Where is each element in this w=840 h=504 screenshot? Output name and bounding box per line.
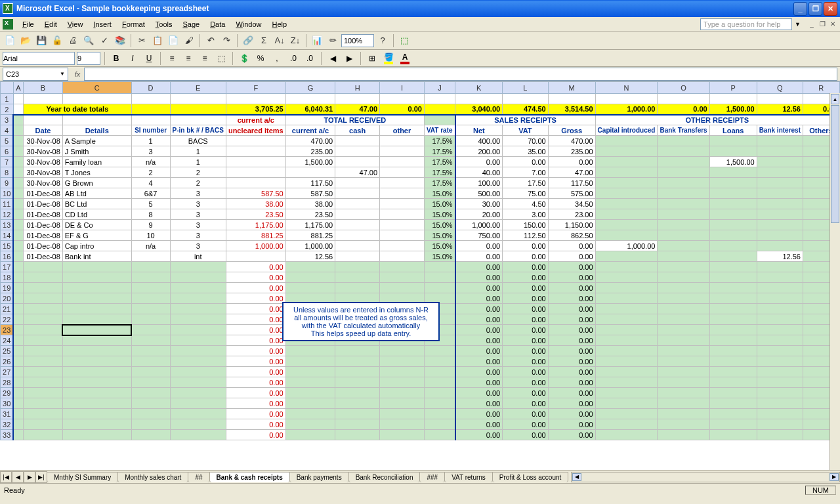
name-box[interactable]: C23▼ <box>3 68 68 81</box>
cell-C26[interactable] <box>62 356 131 367</box>
cell-C32[interactable] <box>62 419 131 430</box>
row-header-24[interactable]: 24 <box>1 335 14 346</box>
row-header-5[interactable]: 5 <box>1 136 14 146</box>
row-header-10[interactable]: 10 <box>1 188 14 199</box>
help-button[interactable]: ? <box>375 33 390 48</box>
sheet-tab[interactable]: Bank & cash receipts <box>209 472 290 482</box>
cell-C30[interactable] <box>62 398 131 409</box>
sheet-tab[interactable]: Bank Reconciliation <box>348 472 421 482</box>
tab-nav-next[interactable]: ▶ <box>24 471 35 483</box>
row-header-11[interactable]: 11 <box>1 199 14 209</box>
menu-data[interactable]: Data <box>205 19 230 30</box>
row-header-23[interactable]: 23 <box>1 325 14 335</box>
font-color-button[interactable]: A <box>398 51 412 66</box>
col-header-J[interactable]: J <box>424 82 455 94</box>
cell-C28[interactable] <box>62 377 131 388</box>
cell-C33[interactable] <box>62 430 131 440</box>
col-header-L[interactable]: L <box>503 82 549 94</box>
cell-C27[interactable] <box>62 367 131 377</box>
sheet-tab[interactable]: Monthly sales chart <box>117 472 188 482</box>
row-header-4[interactable]: 4 <box>1 125 14 136</box>
sort-asc-button[interactable]: A↓ <box>272 33 287 48</box>
permission-button[interactable]: 🔓 <box>50 33 64 48</box>
doc-close-button[interactable]: ✕ <box>828 20 837 29</box>
tab-nav-prev[interactable]: ◀ <box>12 471 24 483</box>
research-button[interactable]: 📚 <box>113 33 127 48</box>
row-header-7[interactable]: 7 <box>1 157 14 167</box>
increase-indent-button[interactable]: ▶ <box>342 51 356 66</box>
save-button[interactable]: 💾 <box>34 33 49 48</box>
chart-button[interactable]: 📊 <box>310 33 324 48</box>
underline-button[interactable]: U <box>142 51 156 66</box>
row-header-33[interactable]: 33 <box>1 430 14 440</box>
cell-C18[interactable] <box>62 272 131 283</box>
row-header-31[interactable]: 31 <box>1 409 14 419</box>
percent-button[interactable]: % <box>253 51 268 66</box>
menu-format[interactable]: Format <box>117 19 150 30</box>
col-header-R[interactable]: R <box>803 82 839 94</box>
row-header-17[interactable]: 17 <box>1 262 14 272</box>
decrease-decimal-button[interactable]: .0 <box>303 51 317 66</box>
format-painter-button[interactable]: 🖌 <box>182 33 196 48</box>
row-header-32[interactable]: 32 <box>1 419 14 430</box>
spelling-button[interactable]: ✓ <box>97 33 112 48</box>
cell-C29[interactable] <box>62 388 131 398</box>
sheet-tab[interactable]: Bank payments <box>289 472 349 482</box>
bold-button[interactable]: B <box>109 51 123 66</box>
new-button[interactable]: 📄 <box>3 33 17 48</box>
comma-button[interactable]: , <box>270 51 284 66</box>
col-header-Q[interactable]: Q <box>757 82 803 94</box>
cell-C24[interactable] <box>62 335 131 346</box>
scrollbar-thumb[interactable] <box>831 105 839 223</box>
col-header-G[interactable]: G <box>285 82 335 94</box>
font-size-select[interactable] <box>77 52 100 65</box>
col-header-E[interactable]: E <box>170 82 226 94</box>
row-header-6[interactable]: 6 <box>1 146 14 157</box>
row-header-8[interactable]: 8 <box>1 167 14 178</box>
help-dropdown-icon[interactable]: ▼ <box>795 21 801 28</box>
col-header-D[interactable]: D <box>131 82 170 94</box>
increase-decimal-button[interactable]: .0 <box>286 51 301 66</box>
scroll-up-icon[interactable]: ▲ <box>831 94 839 104</box>
col-header-A[interactable]: A <box>13 82 23 94</box>
row-header-30[interactable]: 30 <box>1 398 14 409</box>
tab-nav-last[interactable]: ▶| <box>35 471 47 483</box>
col-header-N[interactable]: N <box>595 82 658 94</box>
menu-window[interactable]: Window <box>230 19 266 30</box>
print-preview-button[interactable]: 🔍 <box>81 33 96 48</box>
sheet-tab[interactable]: Mnthly SI Summary <box>47 472 118 482</box>
row-header-26[interactable]: 26 <box>1 356 14 367</box>
menu-help[interactable]: Help <box>267 19 293 30</box>
align-left-button[interactable]: ≡ <box>165 51 179 66</box>
row-header-14[interactable]: 14 <box>1 230 14 241</box>
row-header-18[interactable]: 18 <box>1 272 14 283</box>
col-header-B[interactable]: B <box>24 82 63 94</box>
cell-C20[interactable] <box>62 293 131 304</box>
sheet-tab[interactable]: Profit & Loss account <box>492 472 569 482</box>
col-header-M[interactable]: M <box>548 82 595 94</box>
hyperlink-button[interactable]: 🔗 <box>241 33 255 48</box>
row-header-16[interactable]: 16 <box>1 251 14 262</box>
tab-nav-first[interactable]: |◀ <box>0 471 12 483</box>
col-header-[interactable] <box>1 82 14 94</box>
formula-input[interactable] <box>84 68 837 81</box>
cell-C31[interactable] <box>62 409 131 419</box>
row-header-22[interactable]: 22 <box>1 314 14 325</box>
menu-file[interactable]: File <box>17 19 39 30</box>
row-header-27[interactable]: 27 <box>1 367 14 377</box>
print-button[interactable]: 🖨 <box>66 33 80 48</box>
cell-C17[interactable] <box>62 262 131 272</box>
copy-button[interactable]: 📋 <box>150 33 165 48</box>
zoom-select[interactable] <box>341 34 374 47</box>
col-header-P[interactable]: P <box>709 82 757 94</box>
vertical-scrollbar[interactable]: ▲ <box>830 93 840 470</box>
row-header-25[interactable]: 25 <box>1 346 14 356</box>
cell-C19[interactable] <box>62 283 131 293</box>
row-header-19[interactable]: 19 <box>1 283 14 293</box>
italic-button[interactable]: I <box>125 51 140 66</box>
horizontal-scrollbar[interactable]: ◀ ▶ <box>571 472 840 482</box>
row-header-12[interactable]: 12 <box>1 209 14 220</box>
maximize-button[interactable]: ❐ <box>808 2 822 16</box>
paste-button[interactable]: 📄 <box>166 33 180 48</box>
minimize-button[interactable]: _ <box>793 2 807 16</box>
